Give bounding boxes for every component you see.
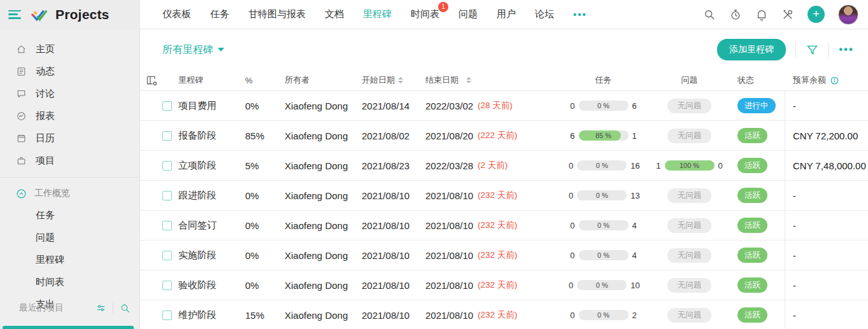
row-checkbox[interactable] <box>162 221 172 230</box>
issues-cell: 无问题 <box>646 278 732 293</box>
tasks-progress-label: 0 % <box>579 310 629 320</box>
milestone-name-link[interactable]: 验收阶段 <box>178 279 217 290</box>
milestone-row-5[interactable]: 合同签订0%Xiaofeng Dong2021/08/102021/08/10(… <box>140 211 868 241</box>
milestone-row-6[interactable]: 实施阶段0%Xiaofeng Dong2021/08/102021/08/10(… <box>140 241 868 270</box>
add-milestone-button[interactable]: 添加里程碑 <box>717 39 786 60</box>
nav-item-8[interactable]: 用户 <box>497 8 516 20</box>
row-checkbox[interactable] <box>162 311 172 320</box>
milestone-name-link[interactable]: 维护阶段 <box>178 309 217 320</box>
chat-icon <box>16 88 27 99</box>
filter-sliders-icon[interactable] <box>96 303 106 314</box>
milestone-row-4[interactable]: 跟进阶段0%Xiaofeng Dong2021/08/102021/08/10(… <box>140 181 868 211</box>
milestone-row-8[interactable]: 维护阶段15%Xiaofeng Dong2021/08/102021/08/10… <box>140 300 868 329</box>
milestone-name-link[interactable]: 报备阶段 <box>178 130 217 141</box>
nav-item-9[interactable]: 论坛 <box>535 8 554 20</box>
overdue-label: (232 天前) <box>478 249 517 261</box>
view-selector-dropdown[interactable]: 所有里程碑 <box>162 43 224 57</box>
milestone-row-7[interactable]: 验收阶段0%Xiaofeng Dong2021/08/102021/08/10(… <box>140 270 868 300</box>
sidebar-subitem-3[interactable]: 里程碑 <box>0 249 139 271</box>
milestone-name-link[interactable]: 项目费用 <box>178 100 217 111</box>
sidebar-item-report[interactable]: 报表 <box>0 105 139 127</box>
row-checkbox[interactable] <box>162 191 172 200</box>
milestone-row-1[interactable]: 项目费用0%Xiaofeng Dong2021/08/142022/03/02(… <box>140 91 868 121</box>
row-checkbox[interactable] <box>162 251 172 260</box>
issues-open-count: 1 <box>655 161 661 171</box>
no-issues-pill: 无问题 <box>667 218 712 233</box>
status-cell: 活跃 <box>732 248 785 263</box>
search-icon[interactable] <box>703 8 716 21</box>
overdue-label: (28 天前) <box>478 100 513 111</box>
more-options-button[interactable]: ••• <box>839 43 854 56</box>
view-selector-label: 所有里程碑 <box>162 43 213 57</box>
row-checkbox[interactable] <box>162 101 172 111</box>
hamburger-menu-icon[interactable] <box>8 10 21 19</box>
recent-search-icon[interactable] <box>120 303 131 314</box>
row-checkbox[interactable] <box>162 281 172 290</box>
issues-cell: 无问题 <box>646 188 732 203</box>
sidebar-item-chat[interactable]: 讨论 <box>0 83 139 105</box>
sidebar-item-briefcase[interactable]: 项目 <box>0 150 139 172</box>
milestone-name-cell: 维护阶段 <box>178 309 245 321</box>
milestone-name-link[interactable]: 合同签订 <box>178 220 217 230</box>
sidebar-item-calendar[interactable]: 日历 <box>0 127 139 150</box>
sidebar-subitem-2[interactable]: 问题 <box>0 227 139 249</box>
status-badge: 活跃 <box>737 128 767 143</box>
nav-item-3[interactable]: 甘特图与报表 <box>248 8 306 20</box>
col-header-owner: 所有者 <box>285 74 362 86</box>
overdue-label: (232 天前) <box>478 190 517 201</box>
add-new-button[interactable]: + <box>808 6 825 23</box>
tasks-progress-label: 0 % <box>579 101 629 111</box>
top-navigation: 仪表板任务甘特图与报表文档里程碑时间表1问题用户论坛••• <box>162 8 587 20</box>
nav-more-button[interactable]: ••• <box>573 9 587 20</box>
tasks-cell: 00 %6 <box>560 101 646 111</box>
nav-item-7[interactable]: 问题 <box>459 8 478 20</box>
column-settings-icon[interactable] <box>145 74 159 87</box>
milestone-row-2[interactable]: 报备阶段85%Xiaofeng Dong2021/08/022021/08/20… <box>140 121 868 151</box>
tasks-progress-label: 85 % <box>579 130 629 141</box>
col-header-end-date[interactable]: 结束日期 <box>425 74 560 86</box>
percent-cell: 0% <box>245 280 285 291</box>
sidebar-item-home[interactable]: 主页 <box>0 38 139 60</box>
sidebar-subitem-1[interactable]: 任务 <box>0 204 139 227</box>
tools-icon[interactable] <box>781 8 794 21</box>
budget-cell: - <box>785 270 868 300</box>
timer-icon[interactable] <box>729 8 742 21</box>
tasks-cell: 00 %13 <box>560 190 646 200</box>
nav-item-2[interactable]: 任务 <box>210 8 229 20</box>
owner-cell: Xiaofeng Dong <box>285 101 362 111</box>
bell-icon[interactable] <box>755 8 768 21</box>
milestone-row-3[interactable]: 立项阶段5%Xiaofeng Dong2021/08/232022/03/28(… <box>140 151 868 181</box>
row-checkbox[interactable] <box>162 131 172 141</box>
tasks-closed-count: 6 <box>632 101 639 111</box>
sidebar-item-label: 项目 <box>36 155 55 167</box>
selected-project-strip[interactable] <box>3 326 134 329</box>
sort-icon[interactable] <box>398 77 403 83</box>
row-checkbox[interactable] <box>162 161 172 171</box>
sidebar-section-work-overview[interactable]: 工作概览 <box>0 184 139 204</box>
percent-cell: 0% <box>245 220 285 231</box>
sidebar-item-feed[interactable]: 动态 <box>0 60 139 83</box>
logo-area: Projects <box>0 0 140 29</box>
nav-item-1[interactable]: 仪表板 <box>162 8 191 20</box>
tasks-open-count: 0 <box>567 161 573 171</box>
sidebar-section-label: 工作概览 <box>34 188 70 199</box>
budget-cell: - <box>785 300 868 329</box>
milestone-name-link[interactable]: 实施阶段 <box>178 249 217 260</box>
no-issues-pill: 无问题 <box>667 188 712 203</box>
filter-funnel-icon[interactable] <box>806 43 819 57</box>
info-icon[interactable] <box>830 76 839 85</box>
user-avatar[interactable] <box>838 4 858 25</box>
sidebar-subitem-4[interactable]: 时间表 <box>0 271 139 293</box>
nav-item-4[interactable]: 文档 <box>325 8 344 20</box>
chevron-up-circle-icon <box>16 188 27 199</box>
nav-item-5[interactable]: 里程碑 <box>363 8 392 20</box>
issues-cell: 无问题 <box>646 129 732 143</box>
nav-item-6[interactable]: 时间表1 <box>411 8 439 20</box>
milestone-name-link[interactable]: 立项阶段 <box>178 160 217 171</box>
no-issues-pill: 无问题 <box>667 129 712 143</box>
sort-icon[interactable] <box>466 77 471 83</box>
col-header-start-date[interactable]: 开始日期 <box>362 74 425 86</box>
budget-cell: - <box>785 241 868 270</box>
sidebar-item-label: 主页 <box>36 43 55 55</box>
milestone-name-link[interactable]: 跟进阶段 <box>178 190 217 200</box>
